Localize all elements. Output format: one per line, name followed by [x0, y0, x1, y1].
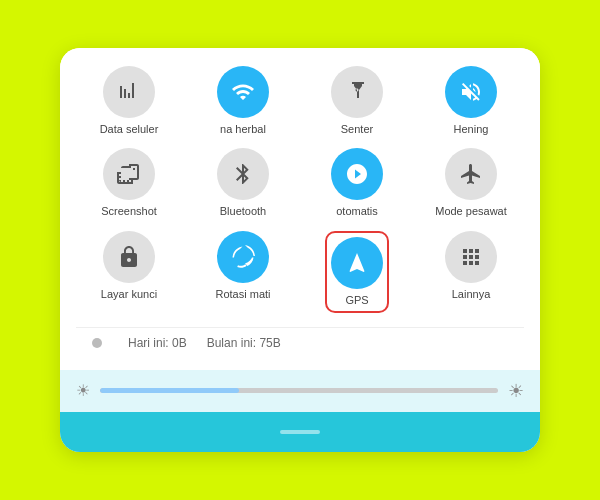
tile-icon-senter	[331, 66, 383, 118]
tile-label-screenshot: Screenshot	[101, 205, 157, 218]
quick-settings-panel: Data seluler na herbal Senter	[60, 48, 540, 452]
tile-label-otomatis: otomatis	[336, 205, 378, 218]
tile-label-mode-pesawat: Mode pesawat	[435, 205, 507, 218]
tile-gps[interactable]: GPS	[331, 237, 383, 307]
brightness-track[interactable]	[100, 388, 498, 393]
tile-icon-layar-kunci	[103, 231, 155, 283]
tile-icon-screenshot	[103, 148, 155, 200]
tile-label-data-seluler: Data seluler	[100, 123, 159, 136]
tile-icon-rotasi-mati	[217, 231, 269, 283]
brightness-low-icon: ☀	[76, 381, 90, 400]
tile-label-rotasi-mati: Rotasi mati	[215, 288, 270, 301]
tile-label-lainnya: Lainnya	[452, 288, 491, 301]
tile-label-wifi: na herbal	[220, 123, 266, 136]
tile-data-seluler[interactable]: Data seluler	[76, 66, 182, 136]
brightness-fill	[100, 388, 239, 393]
tile-icon-lainnya	[445, 231, 497, 283]
bottom-handle-area	[60, 412, 540, 452]
tile-label-hening: Hening	[454, 123, 489, 136]
gps-highlight-box: GPS	[325, 231, 389, 313]
tile-icon-bluetooth	[217, 148, 269, 200]
tile-lainnya[interactable]: Lainnya	[418, 231, 524, 313]
tile-icon-mode-pesawat	[445, 148, 497, 200]
tile-icon-otomatis	[331, 148, 383, 200]
tile-rotasi-mati[interactable]: Rotasi mati	[190, 231, 296, 313]
tile-label-layar-kunci: Layar kunci	[101, 288, 157, 301]
monthly-usage: Bulan ini: 75B	[207, 336, 281, 350]
tile-label-bluetooth: Bluetooth	[220, 205, 266, 218]
tile-otomatis[interactable]: otomatis	[304, 148, 410, 218]
tile-label-senter: Senter	[341, 123, 373, 136]
handle-bar	[280, 430, 320, 434]
tile-icon-wifi	[217, 66, 269, 118]
quick-settings-grid-area: Data seluler na herbal Senter	[60, 48, 540, 370]
tile-gps-wrapper: GPS	[304, 231, 410, 313]
tile-hening[interactable]: Hening	[418, 66, 524, 136]
tile-icon-gps	[331, 237, 383, 289]
tile-bluetooth[interactable]: Bluetooth	[190, 148, 296, 218]
tile-icon-data-seluler	[103, 66, 155, 118]
data-usage-footer: Hari ini: 0B Bulan ini: 75B	[76, 327, 524, 358]
daily-usage: Hari ini: 0B	[128, 336, 187, 350]
tile-screenshot[interactable]: Screenshot	[76, 148, 182, 218]
tile-mode-pesawat[interactable]: Mode pesawat	[418, 148, 524, 218]
tile-layar-kunci[interactable]: Layar kunci	[76, 231, 182, 313]
tile-icon-hening	[445, 66, 497, 118]
tile-label-gps: GPS	[345, 294, 368, 307]
footer-dot	[92, 338, 102, 348]
brightness-bar[interactable]: ☀ ☀	[60, 370, 540, 412]
tiles-grid: Data seluler na herbal Senter	[76, 66, 524, 313]
tile-senter[interactable]: Senter	[304, 66, 410, 136]
tile-wifi[interactable]: na herbal	[190, 66, 296, 136]
brightness-high-icon: ☀	[508, 380, 524, 402]
